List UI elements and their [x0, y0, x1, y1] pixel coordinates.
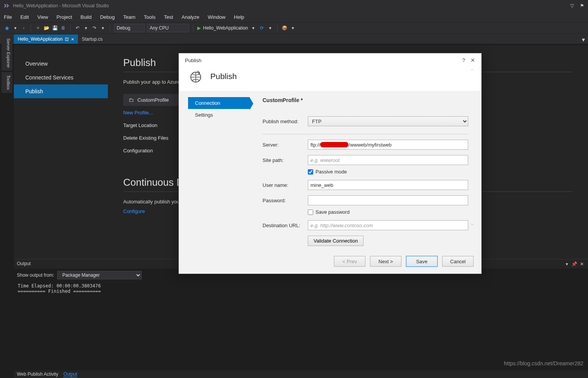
close-icon[interactable]: ✕ — [71, 37, 74, 41]
redacted-host — [320, 142, 349, 147]
new-project-icon[interactable]: ✧ — [35, 25, 41, 31]
destination-url-label: Destination URL: — [263, 223, 308, 228]
nav-back-icon[interactable]: ◉ — [4, 25, 10, 31]
watermark: https://blog.csdn.net/Dreamer282 — [504, 360, 583, 366]
toolbar-separator — [193, 25, 193, 31]
nav-overview[interactable]: Overview — [14, 57, 108, 71]
debug-target[interactable]: Hello_WebApplication — [203, 25, 248, 31]
dialog-title: Publish — [185, 58, 202, 63]
filter-icon[interactable]: ▽ — [569, 3, 575, 9]
prev-button[interactable]: < Prev — [334, 256, 365, 267]
toolbox-tab[interactable]: Toolbox — [2, 72, 12, 93]
chevron-down-icon[interactable]: ▾ — [582, 36, 585, 43]
start-debug-icon[interactable]: ▶ — [197, 25, 201, 31]
divider — [263, 134, 468, 134]
menu-test[interactable]: Test — [164, 14, 173, 20]
publish-dialog: Publish ? ✕ Publish Connection Settings … — [178, 53, 482, 274]
save-button[interactable]: Save — [406, 256, 438, 267]
web-publish-activity-tab[interactable]: Web Publish Activity — [17, 371, 58, 377]
output-source-combo[interactable]: Package Manager — [57, 271, 142, 279]
chevron-down-icon[interactable]: ▾ — [12, 25, 18, 31]
destination-url-input[interactable] — [308, 220, 468, 230]
save-password-checkbox[interactable] — [308, 210, 313, 215]
server-label: Server: — [263, 142, 308, 148]
cancel-button[interactable]: Cancel — [442, 256, 474, 267]
platform-combo[interactable]: Any CPU — [147, 24, 189, 32]
window-title: Hello_WebApplication - Microsoft Visual … — [13, 3, 109, 8]
password-input[interactable] — [308, 195, 468, 205]
pin-icon[interactable]: 📌 — [571, 261, 578, 267]
connection-form: CustomProfile * Publish method: FTP Serv… — [249, 97, 481, 251]
menu-team[interactable]: Team — [123, 14, 135, 20]
scrollbar[interactable]: ︿ ﹀ — [471, 66, 477, 228]
dialog-body: Connection Settings CustomProfile * Publ… — [179, 91, 481, 251]
passive-mode-label: Passive mode — [315, 169, 347, 175]
server-input[interactable]: ftp:// /wwweb/myfirstweb — [308, 140, 468, 150]
chevron-down-icon[interactable]: ▾ — [100, 25, 106, 31]
chevron-down-icon[interactable]: ﹀ — [471, 222, 477, 228]
profile-name-label: CustomProfile * — [263, 97, 303, 103]
tab-label: Hello_WebApplication — [18, 36, 63, 42]
next-button[interactable]: Next > — [370, 256, 401, 267]
menu-project[interactable]: Project — [56, 14, 72, 20]
save-all-icon[interactable]: 🗎 — [60, 25, 66, 31]
open-file-icon[interactable]: 📂 — [43, 25, 50, 31]
menu-build[interactable]: Build — [81, 14, 92, 20]
refresh-icon[interactable]: ⟳ — [259, 25, 265, 31]
menu-edit[interactable]: Edit — [20, 14, 29, 20]
nav-forward-icon[interactable]: ◦ — [21, 25, 27, 31]
step-connection[interactable]: Connection — [188, 97, 249, 109]
dialog-footer: < Prev Next > Save Cancel — [179, 251, 481, 274]
toolbar: ◉ ▾ ◦ ✧ 📂 💾 🗎 ↶ ▾ ↷ ▾ Debug Any CPU ▶ He… — [0, 22, 588, 34]
step-settings[interactable]: Settings — [188, 109, 249, 121]
close-icon[interactable]: ✕ — [471, 57, 475, 63]
package-icon[interactable]: 📦 — [281, 25, 287, 31]
configuration-combo[interactable]: Debug — [114, 24, 145, 32]
profile-name: CustomProfile — [137, 97, 169, 103]
chevron-up-icon[interactable]: ︿ — [471, 66, 477, 72]
site-path-input[interactable] — [308, 155, 468, 165]
globe-icon — [188, 69, 203, 84]
menu-analyze[interactable]: Analyze — [182, 14, 199, 20]
password-label: Password: — [263, 198, 308, 203]
menu-view[interactable]: View — [37, 14, 48, 20]
nav-publish[interactable]: Publish — [14, 84, 108, 98]
tab-hello-webapplication[interactable]: Hello_WebApplication ⊡ ✕ — [14, 35, 78, 44]
server-explorer-tab[interactable]: Server Explorer — [2, 35, 12, 71]
publish-method-label: Publish method: — [263, 119, 308, 124]
site-path-label: Site path: — [263, 157, 308, 163]
dialog-titlebar: Publish ? ✕ — [179, 53, 481, 67]
menu-file[interactable]: File — [4, 14, 12, 20]
username-label: User name: — [263, 182, 308, 188]
menu-window[interactable]: Window — [208, 14, 225, 20]
help-icon[interactable]: ? — [462, 57, 465, 63]
menu-debug[interactable]: Debug — [100, 14, 115, 20]
chevron-down-icon[interactable]: ▾ — [564, 261, 570, 267]
chevron-down-icon[interactable]: ▾ — [290, 25, 296, 31]
undo-icon[interactable]: ↶ — [74, 25, 81, 31]
output-bottom-tabs: Web Publish Activity Output — [14, 370, 588, 378]
menu-bar: File Edit View Project Build Debug Team … — [0, 12, 588, 22]
tab-startup-cs[interactable]: Startup.cs — [78, 35, 106, 44]
close-icon[interactable]: ✕ — [579, 261, 585, 267]
redo-icon[interactable]: ↷ — [91, 25, 97, 31]
publish-method-combo[interactable]: FTP — [308, 116, 468, 126]
save-password-label: Save password — [315, 209, 350, 215]
validate-connection-button[interactable]: Validate Connection — [308, 236, 363, 246]
output-tab[interactable]: Output — [63, 371, 77, 377]
chevron-down-icon[interactable]: ▾ — [250, 25, 256, 31]
output-panel: Output ▾ 📌 ✕ Show output from: Package M… — [14, 259, 588, 378]
dialog-header: Publish — [179, 67, 481, 91]
menu-tools[interactable]: Tools — [144, 14, 155, 20]
notifications-icon[interactable]: ⚑ — [579, 3, 585, 9]
chevron-down-icon[interactable]: ▾ — [83, 25, 89, 31]
username-input[interactable] — [308, 180, 468, 190]
passive-mode-checkbox[interactable] — [308, 169, 313, 175]
save-icon[interactable]: 💾 — [52, 25, 58, 31]
menu-help[interactable]: Help — [234, 14, 244, 20]
wizard-steps: Connection Settings — [188, 97, 249, 251]
pin-icon[interactable]: ⊡ — [65, 36, 69, 42]
dialog-heading: Publish — [210, 72, 237, 81]
chevron-down-icon[interactable]: ▾ — [267, 25, 273, 31]
nav-connected-services[interactable]: Connected Services — [14, 71, 108, 84]
